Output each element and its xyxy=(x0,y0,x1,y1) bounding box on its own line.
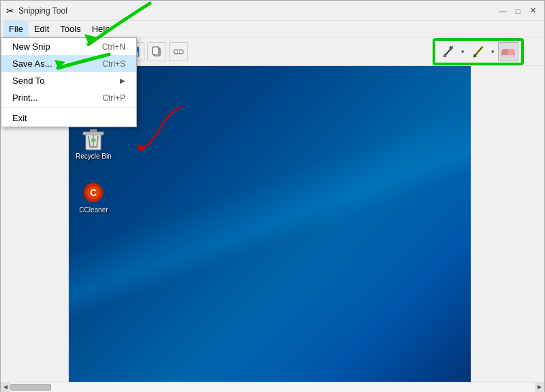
send-link-button[interactable] xyxy=(169,42,188,61)
title-bar-left: ✂ Snipping Tool xyxy=(6,5,67,16)
menu-new-snip[interactable]: New Snip Ctrl+N xyxy=(1,38,136,55)
scroll-thumb-h[interactable] xyxy=(10,384,51,391)
menu-new-snip-shortcut: Ctrl+N xyxy=(102,42,125,52)
file-dropdown-menu: New Snip Ctrl+N Save As... Ctrl+S Send T… xyxy=(1,37,137,127)
svg-text:C: C xyxy=(90,187,97,198)
menu-save-as-label: Save As... xyxy=(12,59,52,69)
marker-tool-group: ▾ xyxy=(468,42,497,61)
marker-tool-button[interactable] xyxy=(468,42,488,61)
eraser-tool-button[interactable] xyxy=(498,42,518,61)
minimize-button[interactable]: — xyxy=(497,5,509,17)
ccleaner-icon-img: C xyxy=(81,180,106,205)
send-to-submenu-icon: ▶ xyxy=(120,77,125,84)
svg-rect-16 xyxy=(502,55,514,57)
link-icon xyxy=(172,46,185,57)
menu-bar: File Edit Tools Help New Snip Ctrl+N Sav… xyxy=(1,21,544,37)
horizontal-scrollbar[interactable]: ◀ ▶ xyxy=(1,382,544,391)
recycle-bin-icon[interactable]: Recycle Bin xyxy=(76,127,112,160)
menu-save-as-shortcut: Ctrl+S xyxy=(102,59,125,69)
drawing-tools-green-box: ▾ ▾ xyxy=(433,38,524,65)
ccleaner-icon[interactable]: C CCleaner xyxy=(76,180,112,214)
close-button[interactable]: ✕ xyxy=(527,5,539,17)
ccleaner-svg: C xyxy=(82,180,105,205)
app-icon: ✂ xyxy=(6,5,14,16)
menu-print[interactable]: Print... Ctrl+P xyxy=(1,89,136,106)
pen-dropdown-arrow[interactable]: ▾ xyxy=(458,42,467,61)
menu-file[interactable]: File xyxy=(3,21,29,37)
svg-rect-4 xyxy=(153,47,159,54)
menu-new-snip-label: New Snip xyxy=(12,42,50,52)
drawing-tools-area: ▾ ▾ xyxy=(433,37,524,66)
snipping-tool-window: ✂ Snipping Tool — □ ✕ File Edit Tools He… xyxy=(0,0,545,392)
marker-icon xyxy=(471,44,486,59)
pen-tool-button[interactable] xyxy=(438,42,458,61)
menu-separator xyxy=(1,108,136,108)
copy-icon xyxy=(151,46,162,57)
window-controls: — □ ✕ xyxy=(497,5,539,17)
copy-button[interactable] xyxy=(147,42,166,61)
recycle-bin-label: Recycle Bin xyxy=(76,152,112,160)
pen-icon xyxy=(441,44,456,59)
scroll-left-button[interactable]: ◀ xyxy=(1,382,10,392)
red-arrow-annotation xyxy=(127,93,208,161)
svg-rect-23 xyxy=(83,132,104,135)
menu-send-to-label: Send To xyxy=(12,76,44,86)
menu-save-as[interactable]: Save As... Ctrl+S xyxy=(1,55,136,72)
menu-help[interactable]: Help xyxy=(87,21,116,37)
marker-dropdown-arrow[interactable]: ▾ xyxy=(488,42,497,61)
menu-print-shortcut: Ctrl+P xyxy=(102,93,125,103)
eraser-icon xyxy=(500,44,516,59)
menu-print-label: Print... xyxy=(12,93,38,103)
svg-marker-28 xyxy=(136,145,146,151)
menu-tools[interactable]: Tools xyxy=(54,21,86,37)
recycle-bin-icon-img xyxy=(81,127,106,151)
menu-exit-label: Exit xyxy=(12,113,27,123)
menu-send-to[interactable]: Send To ▶ xyxy=(1,72,136,89)
scroll-right-button[interactable]: ▶ xyxy=(535,382,544,392)
scroll-track-h[interactable] xyxy=(10,382,535,392)
title-bar: ✂ Snipping Tool — □ ✕ xyxy=(1,1,544,21)
window-title: Snipping Tool xyxy=(18,6,67,16)
recycle-bin-svg xyxy=(82,127,105,151)
pen-tool-group: ▾ xyxy=(438,42,467,61)
menu-exit[interactable]: Exit xyxy=(1,110,136,127)
menu-edit[interactable]: Edit xyxy=(29,21,54,37)
maximize-button[interactable]: □ xyxy=(512,5,524,17)
ccleaner-label: CCleaner xyxy=(79,206,108,214)
